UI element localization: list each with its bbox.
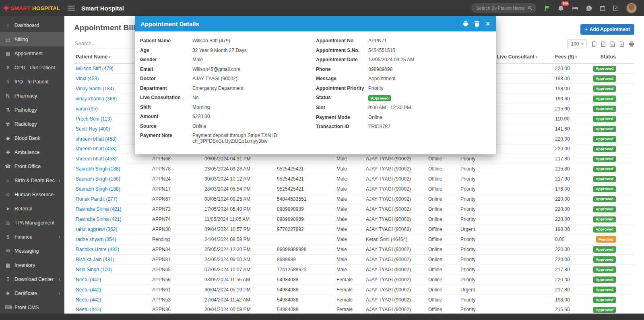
menu-toggle-icon[interactable] xyxy=(68,6,75,10)
calendar-icon[interactable] xyxy=(600,5,605,11)
cell-status: Approved xyxy=(588,194,634,204)
patient-link[interactable]: Neetu (442) xyxy=(76,277,101,283)
close-icon[interactable]: ✕ xyxy=(485,21,490,27)
cell-live xyxy=(495,274,553,285)
patient-link[interactable]: Ravindra Sinha (421) xyxy=(76,216,121,222)
sidebar-item-dashboard[interactable]: ⌂Dashboard xyxy=(0,18,64,32)
cell-live xyxy=(495,144,553,154)
cell-date: 20/04/2024 05:09 PM xyxy=(203,305,275,314)
patient-link[interactable]: Ronak Pandit (277) xyxy=(76,196,117,202)
csv-icon[interactable] xyxy=(610,41,615,47)
sidebar-item-download-center[interactable]: ↧Download Center‹ xyxy=(0,272,64,286)
field-appointment-no: Appointment NoAPPN71 xyxy=(316,38,491,44)
table-row: Rishika Jain (481)APPN8124/05/2024 09:00… xyxy=(74,254,634,264)
patient-link[interactable]: shreem bhatt (458) xyxy=(76,146,116,152)
sidebar-item-pathology[interactable]: ⚗Pathology xyxy=(0,103,64,117)
excel-icon[interactable] xyxy=(601,41,606,47)
bed-icon[interactable] xyxy=(572,5,578,11)
patient-link[interactable]: rahul aggrawl (362) xyxy=(76,226,117,232)
sidebar-item-birth-death-record[interactable]: ☼Birth & Death Record‹ xyxy=(0,173,64,187)
sidebar-item-front-office[interactable]: ☎Front Office xyxy=(0,159,64,173)
print-icon[interactable] xyxy=(463,21,469,27)
column-header-status[interactable]: Status xyxy=(588,52,634,63)
sidebar-item-appointment[interactable]: ▦Appointment xyxy=(0,46,64,60)
field-shift: ShiftMorning xyxy=(140,105,316,110)
patient-search[interactable] xyxy=(471,3,537,13)
sidebar-item-human-resource[interactable]: ☺Human Resource xyxy=(0,187,64,202)
field-appointment-s-no: Appointment S.No.5454551515 xyxy=(316,48,491,54)
patient-link[interactable]: Radhika Umre (482) xyxy=(76,247,119,252)
field-label: Status xyxy=(316,95,368,101)
patient-link[interactable]: Vinay Sodhi (184) xyxy=(76,86,114,91)
sidebar-item-certificate[interactable]: ❖Certificate‹ xyxy=(0,286,64,300)
patient-link[interactable]: vinay khanna (368) xyxy=(76,96,117,102)
patient-link[interactable]: Neetu (442) xyxy=(76,287,101,293)
status-badge: Pending xyxy=(596,236,616,242)
sidebar-item-opd-out-patient[interactable]: ☤OPD - Out Patient xyxy=(0,60,64,75)
patient-link[interactable]: Willson Stiff (479) xyxy=(76,66,114,71)
sidebar-item-billing[interactable]: ▤Billing xyxy=(0,32,64,46)
patient-link[interactable]: Rishika Jain (481) xyxy=(76,257,114,262)
patient-link[interactable]: Neetu (442) xyxy=(76,307,101,312)
cell-date: 24/04/2024 09:59 PM xyxy=(203,234,275,244)
print-icon[interactable] xyxy=(629,41,634,47)
cell-status: Approved xyxy=(588,63,634,73)
cell-priority: Priority xyxy=(459,174,495,184)
table-row: Saurabh Singh (188)APPN1728/03/2024 05:5… xyxy=(74,184,634,194)
table-row: Ravindra Sinha (421)APPN7411/05/2024 11:… xyxy=(74,214,634,224)
cell-gender: Female xyxy=(335,274,364,285)
patient-search-input[interactable] xyxy=(475,5,525,11)
sidebar-item-front-cms[interactable]: ⌨Front CMS xyxy=(0,300,64,314)
cell-doctor: AJAY TYAGI (90002) xyxy=(364,214,427,224)
sidebar-item-label: Finance xyxy=(14,234,32,240)
sidebar-item-inventory[interactable]: ▩Inventory xyxy=(0,258,64,272)
sidebar-item-ipd-in-patient[interactable]: ⚕IPD - In Patient xyxy=(0,75,64,89)
cell-live xyxy=(495,295,553,305)
flag-icon[interactable] xyxy=(544,5,550,11)
patient-link[interactable]: Saurabh Singh (188) xyxy=(76,166,120,172)
patient-link[interactable]: Neetu (442) xyxy=(76,297,101,303)
avatar[interactable] xyxy=(626,3,637,13)
patient-link[interactable]: shreem bhatt (458) xyxy=(76,156,116,162)
cell-gender: Male xyxy=(335,154,364,164)
delete-icon[interactable] xyxy=(475,21,479,27)
add-appointment-button[interactable]: + Add Appointment xyxy=(580,24,634,35)
patient-link[interactable]: Preeti Soni (113) xyxy=(76,116,111,122)
sidebar-item-finance[interactable]: $Finance‹ xyxy=(0,230,64,244)
sidebar-item-radiology[interactable]: ☢Radiology xyxy=(0,117,64,131)
modal-right-column: Appointment NoAPPN71Appointment S.No.545… xyxy=(316,38,491,148)
sidebar-item-referral[interactable]: ➤Referral xyxy=(0,202,64,216)
column-label: Status xyxy=(601,54,616,60)
column-header-live-consultant[interactable]: Live Consultant▾ xyxy=(495,52,553,63)
patient-link[interactable]: Saurabh Singh (188) xyxy=(76,176,120,182)
messaging-icon: ✉ xyxy=(5,248,11,254)
patient-link[interactable]: Saurabh Singh (188) xyxy=(76,186,120,192)
whatsapp-icon[interactable] xyxy=(586,5,592,11)
pdf-icon[interactable] xyxy=(619,41,624,47)
sidebar-item-blood-bank[interactable]: ◆Blood Bank xyxy=(0,131,64,145)
sidebar-item-pharmacy[interactable]: ℞Pharmacy xyxy=(0,89,64,103)
cell-doctor: AJAY TYAGI (90002) xyxy=(364,204,427,214)
field-label: Appointment Priority xyxy=(316,86,368,91)
tasks-icon[interactable] xyxy=(613,5,619,11)
patient-link[interactable]: Ravindra Sinha (421) xyxy=(76,206,121,212)
patient-link[interactable]: Sunill Roy (400) xyxy=(76,126,110,132)
cell-patient: Neetu (442) xyxy=(74,295,151,305)
field-label: Age xyxy=(140,48,192,54)
cell-fees: 141.60 xyxy=(553,124,588,134)
sidebar-item-ambulance[interactable]: ✚Ambulance xyxy=(0,145,64,159)
column-header-fees[interactable]: Fees ($)▾ xyxy=(553,52,588,63)
patient-link[interactable]: Vinki (453) xyxy=(76,76,99,81)
cell-appt_no: APPN61 xyxy=(151,285,203,295)
field-value: Willson45@gmail.com xyxy=(192,67,246,73)
bell-icon[interactable]: 389 xyxy=(558,5,564,11)
patient-link[interactable]: varun (95) xyxy=(76,106,98,112)
sidebar-item-tpa-management[interactable]: ⚖TPA Management xyxy=(0,216,64,230)
per-page-select[interactable]: 100 ▾ xyxy=(567,39,587,48)
patient-link[interactable]: radhe shyam (354) xyxy=(76,237,116,242)
copy-icon[interactable] xyxy=(591,41,597,47)
patient-link[interactable]: shreem bhatt (458) xyxy=(76,136,116,142)
search-icon[interactable] xyxy=(528,6,533,10)
patient-link[interactable]: Nitin Singh (100) xyxy=(76,267,111,272)
sidebar-item-messaging[interactable]: ✉Messaging xyxy=(0,244,64,258)
